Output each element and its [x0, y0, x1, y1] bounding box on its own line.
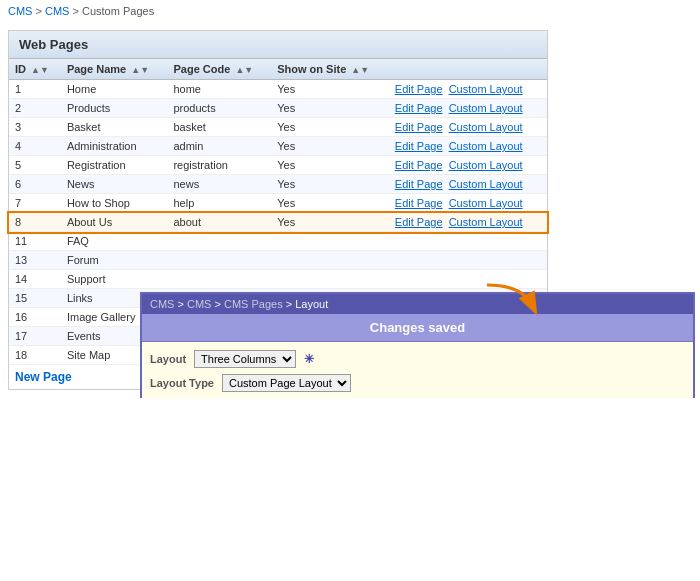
cell-id: 8 — [9, 213, 61, 232]
table-row: 13 Forum — [9, 251, 547, 270]
cell-code: news — [167, 175, 271, 194]
cell-show: Yes — [271, 80, 389, 99]
cell-name: Basket — [61, 118, 168, 137]
table-row: 5 Registration registration Yes Edit Pag… — [9, 156, 547, 175]
cell-code: help — [167, 194, 271, 213]
cell-id: 16 — [9, 308, 61, 327]
layout-selector-row: Layout Three Columns One Column Two Colu… — [150, 350, 685, 368]
custom-layout-btn[interactable]: Custom Layout — [449, 159, 523, 171]
cell-show — [271, 232, 389, 251]
col-header-code: Page Code ▲▼ — [167, 59, 271, 80]
cell-id: 11 — [9, 232, 61, 251]
layout-panel: CMS > CMS > CMS Pages > Layout Changes s… — [140, 292, 695, 398]
cell-actions: Edit Page Custom Layout — [389, 80, 547, 99]
table-row: 2 Products products Yes Edit Page Custom… — [9, 99, 547, 118]
breadcrumb-current: Custom Pages — [82, 5, 154, 17]
table-row: 4 Administration admin Yes Edit Page Cus… — [9, 137, 547, 156]
table-row: 3 Basket basket Yes Edit Page Custom Lay… — [9, 118, 547, 137]
edit-page-btn[interactable]: Edit Page — [395, 121, 443, 133]
cell-actions — [389, 251, 547, 270]
cell-id: 6 — [9, 175, 61, 194]
layout-type-row: Layout Type Custom Page Layout Default L… — [150, 374, 685, 392]
cell-show: Yes — [271, 156, 389, 175]
cell-name: Administration — [61, 137, 168, 156]
table-row: 8 About Us about Yes Edit Page Custom La… — [9, 213, 547, 232]
layout-content: Layout Three Columns One Column Two Colu… — [142, 342, 693, 398]
edit-page-btn[interactable]: Edit Page — [395, 178, 443, 190]
layout-settings-icon[interactable]: ✳ — [304, 352, 314, 366]
sort-name[interactable]: ▲▼ — [131, 65, 149, 75]
orange-arrow-icon — [482, 280, 542, 320]
layout-bc-current: Layout — [295, 298, 328, 310]
custom-layout-btn[interactable]: Custom Layout — [449, 216, 523, 228]
cell-show: Yes — [271, 213, 389, 232]
custom-layout-btn[interactable]: Custom Layout — [449, 83, 523, 95]
cell-show — [271, 251, 389, 270]
arrow-overlay — [482, 280, 542, 320]
cell-show: Yes — [271, 175, 389, 194]
cell-id: 15 — [9, 289, 61, 308]
edit-page-btn[interactable]: Edit Page — [395, 102, 443, 114]
sort-show[interactable]: ▲▼ — [351, 65, 369, 75]
edit-page-btn[interactable]: Edit Page — [395, 159, 443, 171]
custom-layout-btn[interactable]: Custom Layout — [449, 102, 523, 114]
layout-bc-cms2[interactable]: CMS — [187, 298, 211, 310]
cell-code — [167, 232, 271, 251]
col-header-name: Page Name ▲▼ — [61, 59, 168, 80]
layout-label: Layout — [150, 353, 186, 365]
layout-bc-cms1[interactable]: CMS — [150, 298, 174, 310]
new-page-link[interactable]: New Page — [15, 370, 72, 384]
cell-show: Yes — [271, 194, 389, 213]
cell-code — [167, 251, 271, 270]
table-row: 11 FAQ — [9, 232, 547, 251]
cell-name: About Us — [61, 213, 168, 232]
edit-page-btn[interactable]: Edit Page — [395, 83, 443, 95]
cell-id: 2 — [9, 99, 61, 118]
custom-layout-btn[interactable]: Custom Layout — [449, 178, 523, 190]
cell-actions: Edit Page Custom Layout — [389, 156, 547, 175]
cell-name: Support — [61, 270, 168, 289]
cell-id: 17 — [9, 327, 61, 346]
cell-show: Yes — [271, 99, 389, 118]
custom-layout-btn[interactable]: Custom Layout — [449, 140, 523, 152]
cell-name: Forum — [61, 251, 168, 270]
layout-bc-cmspages[interactable]: CMS Pages — [224, 298, 283, 310]
cell-name: FAQ — [61, 232, 168, 251]
changes-saved-bar: Changes saved — [142, 314, 693, 342]
cell-actions: Edit Page Custom Layout — [389, 194, 547, 213]
cell-id: 7 — [9, 194, 61, 213]
table-row: 6 News news Yes Edit Page Custom Layout — [9, 175, 547, 194]
cell-code: registration — [167, 156, 271, 175]
cell-code: about — [167, 213, 271, 232]
cell-code — [167, 270, 271, 289]
cell-id: 5 — [9, 156, 61, 175]
edit-page-btn[interactable]: Edit Page — [395, 197, 443, 209]
cell-actions: Edit Page Custom Layout — [389, 213, 547, 232]
sort-id[interactable]: ▲▼ — [31, 65, 49, 75]
cell-name: Home — [61, 80, 168, 99]
cell-name: Products — [61, 99, 168, 118]
custom-layout-btn[interactable]: Custom Layout — [449, 121, 523, 133]
cell-id: 3 — [9, 118, 61, 137]
custom-layout-btn[interactable]: Custom Layout — [449, 197, 523, 209]
layout-type-select[interactable]: Custom Page Layout Default Layout — [222, 374, 351, 392]
main-container: Web Pages ID ▲▼ Page Name ▲▼ Page Code ▲… — [0, 22, 700, 398]
cell-id: 13 — [9, 251, 61, 270]
breadcrumb-cms2[interactable]: CMS — [45, 5, 69, 17]
layout-select[interactable]: Three Columns One Column Two Columns — [194, 350, 296, 368]
col-header-id: ID ▲▼ — [9, 59, 61, 80]
edit-page-btn[interactable]: Edit Page — [395, 216, 443, 228]
breadcrumb-cms1[interactable]: CMS — [8, 5, 32, 17]
cell-code: home — [167, 80, 271, 99]
cell-actions — [389, 232, 547, 251]
edit-page-btn[interactable]: Edit Page — [395, 140, 443, 152]
cell-id: 18 — [9, 346, 61, 365]
layout-breadcrumb: CMS > CMS > CMS Pages > Layout — [142, 294, 693, 314]
cell-code: basket — [167, 118, 271, 137]
sort-code[interactable]: ▲▼ — [235, 65, 253, 75]
cell-name: How to Shop — [61, 194, 168, 213]
layout-type-label: Layout Type — [150, 377, 214, 389]
col-header-actions — [389, 59, 547, 80]
panel-title: Web Pages — [9, 31, 547, 59]
cell-id: 14 — [9, 270, 61, 289]
